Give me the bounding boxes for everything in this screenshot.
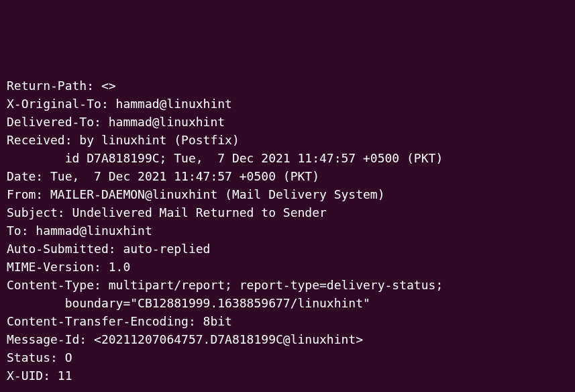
header-mime-version: MIME-Version: 1.0 <box>7 260 130 274</box>
header-subject: Subject: Undelivered Mail Returned to Se… <box>7 205 327 219</box>
header-content-transfer-encoding: Content-Transfer-Encoding: 8bit <box>7 314 232 328</box>
header-received-line1: Received: by linuxhint (Postfix) <box>7 133 240 147</box>
header-received-line2: id D7A818199C; Tue, 7 Dec 2021 11:47:57 … <box>7 151 443 165</box>
header-auto-submitted: Auto-Submitted: auto-replied <box>7 242 210 256</box>
header-x-uid: X-UID: 11 <box>7 369 72 383</box>
header-content-type-line1: Content-Type: multipart/report; report-t… <box>7 278 443 292</box>
header-message-id: Message-Id: <20211207064757.D7A818199C@l… <box>7 332 363 346</box>
header-delivered-to: Delivered-To: hammad@linuxhint <box>7 115 225 129</box>
terminal-output: Return-Path: <> X-Original-To: hammad@li… <box>7 77 568 392</box>
header-content-type-line2: boundary="CB12881999.1638859677/linuxhin… <box>7 296 370 310</box>
header-date: Date: Tue, 7 Dec 2021 11:47:57 +0500 (PK… <box>7 169 319 183</box>
header-x-original-to: X-Original-To: hammad@linuxhint <box>7 97 232 111</box>
header-return-path: Return-Path: <> <box>7 79 116 93</box>
header-to: To: hammad@linuxhint <box>7 224 152 238</box>
header-status: Status: O <box>7 350 72 364</box>
header-from: From: MAILER-DAEMON@linuxhint (Mail Deli… <box>7 187 385 201</box>
